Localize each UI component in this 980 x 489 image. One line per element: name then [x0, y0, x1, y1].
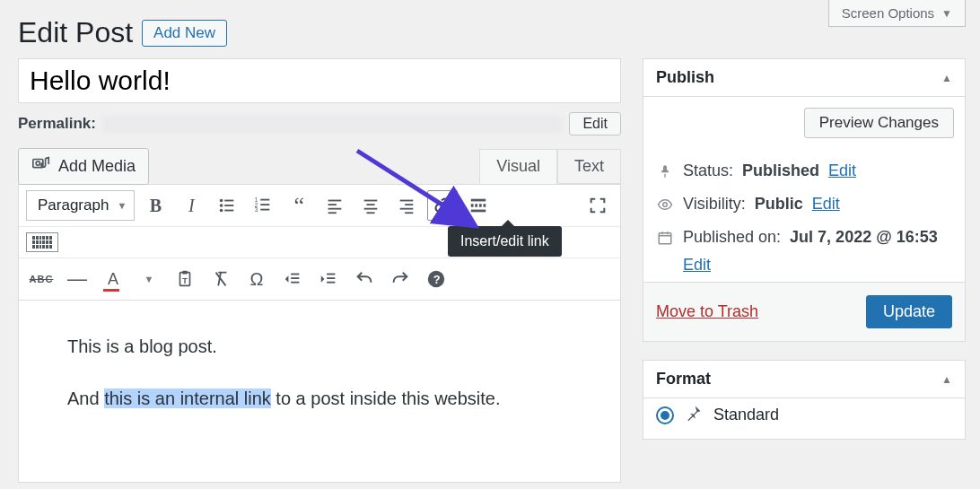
pin-icon: [656, 164, 674, 179]
permalink-label: Permalink:: [18, 115, 96, 133]
insert-link-button[interactable]: [427, 190, 458, 221]
permalink-edit-button[interactable]: Edit: [569, 112, 621, 135]
undo-button[interactable]: [349, 264, 380, 294]
preview-changes-button[interactable]: Preview Changes: [804, 108, 954, 138]
outdent-button[interactable]: [277, 264, 308, 294]
svg-rect-13: [261, 209, 270, 211]
add-new-button[interactable]: Add New: [142, 20, 227, 47]
published-label: Published on:: [683, 228, 781, 247]
svg-rect-28: [471, 210, 486, 213]
svg-rect-33: [291, 277, 299, 279]
align-left-button[interactable]: [319, 190, 350, 221]
bold-button[interactable]: B: [140, 190, 171, 221]
format-heading[interactable]: Format ▲: [643, 361, 965, 398]
page-title: Edit Post: [18, 16, 133, 49]
clear-formatting-button[interactable]: [206, 264, 236, 294]
bulleted-list-button[interactable]: [212, 190, 242, 221]
read-more-button[interactable]: [463, 190, 494, 221]
align-right-button[interactable]: [391, 190, 422, 221]
blockquote-button[interactable]: “: [284, 190, 314, 221]
svg-rect-35: [327, 274, 335, 275]
published-value: Jul 7, 2022 @ 16:53: [790, 228, 938, 247]
svg-rect-34: [291, 282, 299, 284]
svg-point-2: [220, 199, 223, 203]
screen-options-label: Screen Options: [842, 5, 934, 21]
svg-rect-7: [225, 210, 234, 212]
tab-text[interactable]: Text: [557, 149, 621, 184]
svg-rect-30: [182, 271, 188, 275]
fullscreen-button[interactable]: [582, 190, 613, 221]
visibility-label: Visibility:: [683, 195, 746, 214]
published-edit-link[interactable]: Edit: [683, 256, 952, 275]
svg-rect-37: [327, 282, 335, 284]
selected-text: this is an internal link: [104, 389, 271, 408]
svg-text:T: T: [182, 276, 188, 285]
editor-toolbar: Paragraph B I 123 “: [18, 184, 621, 301]
svg-text:?: ?: [433, 273, 441, 286]
visibility-edit-link[interactable]: Edit: [812, 195, 840, 214]
format-metabox: Format ▲ Standard: [643, 360, 966, 440]
indent-button[interactable]: [313, 264, 344, 294]
svg-rect-11: [261, 204, 270, 205]
special-character-button[interactable]: Ω: [241, 264, 272, 294]
format-standard-label: Standard: [713, 406, 779, 424]
redo-button[interactable]: [385, 264, 416, 294]
paste-text-button[interactable]: T: [170, 264, 200, 294]
move-to-trash-link[interactable]: Move to Trash: [656, 302, 758, 321]
editor-content[interactable]: This is a blog post. And this is an inte…: [18, 301, 621, 483]
svg-rect-36: [327, 277, 335, 279]
svg-text:3: 3: [255, 206, 258, 213]
update-button[interactable]: Update: [866, 295, 952, 328]
format-standard-radio[interactable]: [656, 406, 674, 424]
publish-metabox: Publish ▲ Preview Changes Status: Publis…: [643, 58, 966, 342]
tab-visual[interactable]: Visual: [479, 149, 557, 184]
text-color-button[interactable]: A: [98, 264, 128, 294]
svg-rect-5: [225, 205, 234, 206]
numbered-list-button[interactable]: 123: [248, 190, 278, 221]
pushpin-icon: [685, 404, 703, 426]
italic-button[interactable]: I: [176, 190, 206, 221]
post-title-input[interactable]: [18, 58, 621, 103]
svg-rect-27: [471, 205, 486, 206]
svg-rect-9: [261, 199, 270, 201]
toolbar-toggle-button[interactable]: [26, 232, 58, 252]
calendar-icon: [656, 230, 674, 246]
svg-rect-32: [291, 274, 299, 275]
content-paragraph: This is a blog post.: [67, 333, 593, 360]
permalink-url: [103, 116, 562, 132]
svg-point-1: [36, 162, 39, 165]
collapse-icon: ▲: [941, 373, 952, 386]
text-color-dropdown[interactable]: ▼: [134, 264, 164, 294]
eye-icon: [656, 196, 674, 213]
block-format-select[interactable]: Paragraph: [26, 190, 135, 221]
publish-heading[interactable]: Publish ▲: [643, 59, 965, 97]
strikethrough-button[interactable]: ABC: [26, 264, 57, 294]
horizontal-rule-button[interactable]: —: [62, 264, 92, 294]
svg-point-6: [220, 209, 223, 213]
status-value: Published: [742, 162, 819, 180]
help-button[interactable]: ?: [421, 264, 451, 294]
status-edit-link[interactable]: Edit: [828, 162, 856, 180]
status-label: Status:: [683, 162, 733, 180]
svg-rect-41: [659, 232, 671, 243]
screen-options-toggle[interactable]: Screen Options ▼: [828, 0, 966, 27]
svg-rect-3: [225, 200, 234, 202]
align-center-button[interactable]: [355, 190, 386, 221]
add-media-label: Add Media: [58, 157, 136, 176]
add-media-button[interactable]: Add Media: [18, 148, 149, 185]
svg-point-40: [663, 202, 668, 206]
collapse-icon: ▲: [941, 72, 952, 84]
camera-music-icon: [31, 154, 51, 179]
chevron-down-icon: ▼: [941, 7, 952, 20]
svg-rect-26: [471, 199, 486, 202]
content-paragraph: And this is an internal link to a post i…: [67, 385, 593, 412]
visibility-value: Public: [755, 195, 803, 214]
svg-point-4: [220, 204, 223, 207]
